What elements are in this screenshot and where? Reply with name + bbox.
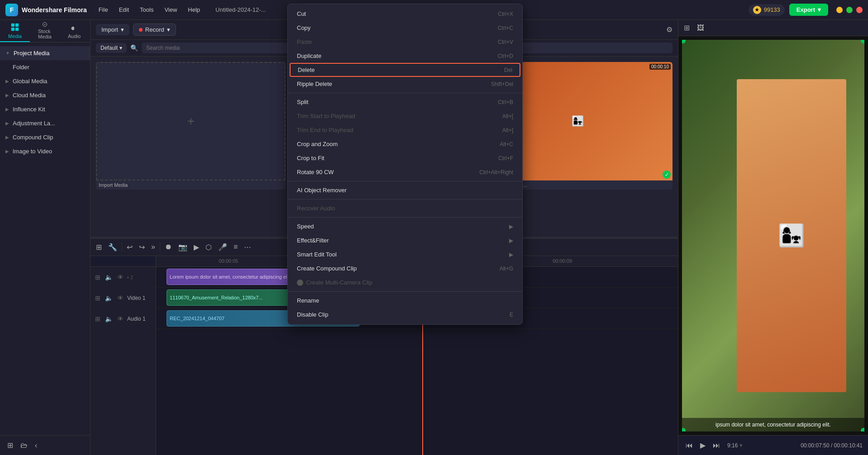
ctx-speed[interactable]: Speed ▶ (288, 219, 522, 233)
import-button[interactable]: Import ▾ (96, 24, 129, 35)
ctx-crop-zoom[interactable]: Crop and Zoom Alt+C (288, 137, 522, 151)
default-sort-button[interactable]: Default ▾ (96, 43, 127, 53)
toolbar-stock[interactable]: Stock Media (30, 20, 60, 42)
ctx-smart-edit[interactable]: Smart Edit Tool ▶ (288, 247, 522, 261)
track-v1-add[interactable]: ⊞ (94, 294, 101, 303)
track-label-v1: ⊞ 🔈 👁 Video 1 (91, 288, 156, 308)
ctx-create-compound[interactable]: Create Compound Clip Alt+G (288, 261, 522, 275)
ctx-cut[interactable]: Cut Ctrl+X (288, 7, 522, 21)
video-frame: 👩‍👧 ipsum dolor sit amet, consectetur ad… (682, 40, 864, 431)
sidebar-item-compound-clip[interactable]: ▶ Compound Clip (0, 130, 90, 144)
ctx-delete[interactable]: Delete Del (290, 63, 520, 77)
ctx-sep2 (288, 181, 522, 181)
app-name: Wondershare Filmora (22, 6, 87, 14)
menu-file[interactable]: File (94, 5, 113, 15)
ctx-rotate[interactable]: Rotate 90 CW Ctrl+Alt+Right (288, 165, 522, 179)
preview-prev-frame[interactable]: ⏮ (684, 440, 695, 451)
maximize-button[interactable] (846, 7, 853, 13)
preview-video: 👩‍👧 ipsum dolor sit amet, consectetur ad… (678, 36, 868, 435)
ctx-ai-object[interactable]: AI Object Remover (288, 183, 522, 197)
ruler-spacer (91, 256, 156, 267)
marker-button[interactable]: ⬡ (204, 241, 214, 253)
toolbar-media[interactable]: Media (0, 20, 30, 42)
ctx-trim-start[interactable]: Trim Start to Playhead Alt+[ (288, 109, 522, 123)
image-icon-button[interactable]: 🖼 (695, 22, 706, 34)
context-menu: Cut Ctrl+X Copy Ctrl+C Paste Ctrl+V Dupl… (287, 4, 523, 325)
preview-time: 00:00:07:50 / 00:00:10:41 (801, 442, 863, 449)
separator1 (122, 242, 122, 251)
ctx-recover-audio[interactable]: Recover Audio (288, 201, 522, 215)
import-media-item[interactable]: + Import Media (96, 62, 286, 190)
preview-play-pause[interactable]: ▶ (698, 439, 707, 451)
svg-rect-0 (11, 24, 14, 27)
track-v2-vol[interactable]: 🔈 (104, 273, 114, 282)
ctx-sep4 (288, 217, 522, 218)
ruler-tick-5: 00:00:09 (553, 258, 572, 264)
coins-display: ★ 99133 (749, 4, 785, 16)
sidebar-item-influence-kit[interactable]: ▶ Influence Kit (0, 102, 90, 116)
sidebar-item-cloud-media[interactable]: ▶ Cloud Media (0, 88, 90, 102)
track-a1-add[interactable]: ⊞ (94, 314, 101, 323)
snapshot-button[interactable]: 📷 (176, 241, 189, 253)
menu-view[interactable]: View (160, 5, 181, 15)
delete-item-button[interactable]: 🗁 (19, 439, 29, 451)
handle-br[interactable] (861, 428, 864, 431)
ctx-effect-filter[interactable]: Effect&Filter ▶ (288, 233, 522, 247)
check-badge2: ✓ (663, 171, 671, 179)
smart-edit-arrow-icon: ▶ (509, 251, 513, 258)
track-settings-button[interactable]: ≡ (232, 241, 239, 253)
grid-view-button[interactable]: ⊞ (94, 241, 104, 253)
mic-button[interactable]: 🎤 (216, 241, 229, 253)
file-name: Untitled-2024-12-... (215, 6, 266, 13)
menu-bar: File Edit Tools View Help (94, 5, 205, 15)
record-button[interactable]: Record ▾ (133, 24, 176, 36)
menu-tools[interactable]: Tools (135, 5, 158, 15)
speed-arrow-icon: ▶ (509, 223, 513, 230)
more-tools-button[interactable]: » (149, 241, 157, 253)
ctx-split[interactable]: Split Ctrl+B (288, 95, 522, 109)
coin-amount: 99133 (764, 6, 780, 13)
ctx-disable-clip[interactable]: Disable Clip E (288, 308, 522, 322)
track-label-a1: ⊞ 🔈 👁 Audio 1 (91, 308, 156, 329)
track-v1-vol[interactable]: 🔈 (104, 294, 114, 303)
menu-edit[interactable]: Edit (114, 5, 134, 15)
track-a1-vol[interactable]: 🔈 (104, 314, 114, 323)
filter-button[interactable]: ⚙ (666, 25, 672, 34)
close-button[interactable] (856, 7, 863, 13)
undo-button[interactable]: ↩ (125, 241, 134, 253)
more-button[interactable]: ⋯ (242, 241, 253, 253)
collapse-panel-button[interactable]: ‹ (33, 439, 39, 451)
track-v1-eye[interactable]: 👁 (116, 294, 124, 303)
play-button[interactable]: ⏺ (163, 241, 174, 253)
separator2 (160, 242, 160, 251)
minimize-button[interactable] (836, 7, 843, 13)
menu-help[interactable]: Help (183, 5, 205, 15)
ctx-rename[interactable]: Rename (288, 294, 522, 308)
preview-top: ⊞ 🖼 (678, 20, 868, 36)
ctx-trim-end[interactable]: Trim End to Playhead Alt+] (288, 123, 522, 137)
sidebar-item-global-media[interactable]: ▶ Global Media (0, 74, 90, 88)
sidebar-item-folder[interactable]: Folder (0, 60, 90, 74)
toolbar-audio[interactable]: Audio (60, 20, 89, 42)
sidebar-item-adjustment-layer[interactable]: ▶ Adjustment La... (0, 116, 90, 130)
ctx-copy[interactable]: Copy Ctrl+C (288, 21, 522, 35)
play-btn2[interactable]: ▶ (192, 241, 201, 253)
redo-button[interactable]: ↪ (137, 241, 147, 253)
preview-next-frame[interactable]: ⏭ (711, 440, 722, 451)
export-button[interactable]: Export ▾ (789, 4, 828, 16)
add-folder-button[interactable]: ⊞ (5, 439, 15, 451)
track-a1-eye[interactable]: 👁 (116, 314, 124, 323)
sidebar-item-image-to-video[interactable]: ▶ Image to Video (0, 144, 90, 158)
track-v2-add[interactable]: ⊞ (94, 273, 101, 282)
ctx-duplicate[interactable]: Duplicate Ctrl+D (288, 49, 522, 63)
ctx-create-multicam[interactable]: Create Multi-Camera Clip (288, 275, 522, 289)
panel-bottom-controls: ⊞ 🗁 ‹ (0, 435, 90, 455)
magnetic-button[interactable]: 🔧 (106, 241, 119, 253)
grid-icon-button[interactable]: ⊞ (682, 22, 692, 34)
ctx-crop-fit[interactable]: Crop to Fit Ctrl+F (288, 151, 522, 165)
ctx-ripple-delete[interactable]: Ripple Delete Shift+Del (288, 77, 522, 91)
aspect-ratio-control: 9:16 ▾ (727, 442, 743, 449)
track-v2-eye[interactable]: 👁 (116, 273, 124, 282)
ctx-paste[interactable]: Paste Ctrl+V (288, 35, 522, 49)
sidebar-item-project-media[interactable]: ▼ Project Media (0, 46, 90, 60)
